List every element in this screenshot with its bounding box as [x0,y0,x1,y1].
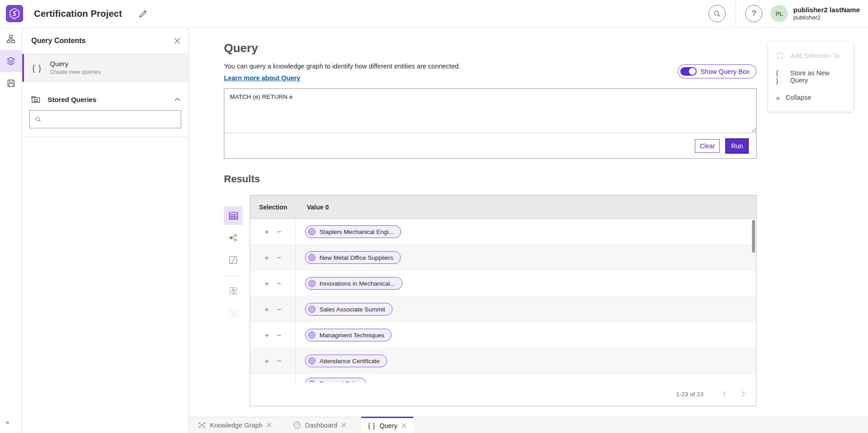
column-header-selection: Selection [250,204,296,211]
show-query-box-toggle[interactable]: Show Query Box [678,64,756,78]
entity-pill[interactable]: Managment Techniques [305,329,392,341]
rail-item-contents-layers[interactable] [0,50,22,72]
user-avatar[interactable]: PL [771,5,788,22]
add-to-selection-button[interactable]: + [265,280,269,287]
table-rows: + − Staplers Mechanical Engi... + − New … [250,219,756,383]
add-to-selection-button[interactable]: + [265,306,269,313]
toggle-on-icon [680,67,697,76]
map-view-button[interactable] [224,251,242,269]
clear-button[interactable]: Clear [695,139,720,153]
folder-icon [31,95,40,104]
add-selection-icon [776,52,784,60]
search-icon [713,10,721,18]
next-page-button[interactable] [741,391,745,397]
query-description: You can query a knowledge graph to ident… [224,63,461,70]
left-icon-rail: » [0,28,22,433]
remove-from-selection-button[interactable]: − [277,306,281,313]
table-pagination: 1-23 of 23 [250,382,756,406]
close-tab-button[interactable] [402,423,407,428]
table-header: Selection Value 0 [250,195,756,219]
view-rail-divider [226,276,241,276]
chevron-left-icon [723,391,727,397]
layout-view-button [224,304,242,322]
entity-pill[interactable]: Attendance Certificate [305,355,387,367]
table-row: + − Managment Techniques [250,322,756,348]
rail-item-save[interactable] [0,72,22,94]
panel-title: Query Contents [31,37,86,45]
query-input[interactable]: MATCH (e) RETURN e [224,89,756,133]
table-view-icon [229,212,238,220]
remove-from-selection-button[interactable]: − [277,357,281,365]
user-menu[interactable]: publisher2 lastName publisher2 [793,6,860,22]
query-contents-panel: Query Contents { } Query Create new quer… [22,28,189,433]
stored-queries-search-input[interactable] [45,116,176,123]
remove-from-selection-button[interactable]: − [277,280,281,287]
menu-item-store-as-new-query[interactable]: { } Store as New Query [768,66,853,87]
query-actions-menu: Add Selection To { } Store as New Query … [768,42,853,112]
chevron-right-icon [741,391,745,397]
close-icon [341,423,346,428]
link-chart-view-button[interactable] [224,229,242,247]
knowledge-graph-icon [198,421,206,429]
table-row: + − Sales Associate Summit [250,297,756,322]
remove-from-selection-button[interactable]: − [277,228,281,236]
add-to-selection-button[interactable]: + [265,254,269,262]
entity-dot-icon [308,280,315,287]
entity-pill[interactable]: Staplers Mechanical Engi... [305,225,401,238]
link-chart-view-icon [229,234,238,242]
stored-queries-search [29,110,181,128]
entity-pill[interactable]: New Metal Office Suppliers [305,251,401,264]
table-view-button[interactable] [224,206,242,225]
chevron-up-icon[interactable] [175,97,180,102]
table-row: + − Featured Talks [250,374,756,383]
learn-more-link[interactable]: Learn more about Query [224,74,300,82]
project-title: Certification Project [34,9,122,19]
table-row: + − Innovations in Mechanical... [250,271,756,297]
query-item-title: Query [50,59,101,68]
app-logo-icon[interactable] [6,5,23,22]
entity-dot-icon [308,228,315,235]
stored-queries-label: Stored Queries [48,96,97,103]
braces-icon: { } [776,69,783,84]
add-to-selection-button[interactable]: + [265,331,269,339]
panel-close-button[interactable] [174,38,180,44]
double-chevron-right-icon: » [776,94,779,102]
pencil-icon [138,9,148,19]
tab-dashboard[interactable]: Dashboard [286,417,353,433]
map-view-icon [229,256,238,264]
previous-page-button[interactable] [723,391,727,397]
help-icon: ? [752,9,756,18]
add-to-selection-button[interactable]: + [265,228,269,236]
project-hierarchy-icon [6,34,15,44]
remove-from-selection-button[interactable]: − [277,331,281,339]
add-to-selection-button[interactable]: + [265,357,269,365]
table-scrollbar[interactable] [752,220,755,383]
entity-pill[interactable]: Innovations in Mechanical... [305,277,402,290]
stored-queries-header[interactable]: Stored Queries [22,89,189,109]
save-icon [7,79,15,88]
close-tab-button[interactable] [267,423,272,428]
search-button[interactable] [708,5,726,22]
layers-icon [6,57,15,66]
edit-title-button[interactable] [138,9,148,19]
tab-knowledge-graph[interactable]: Knowledge Graph [191,417,278,433]
close-icon [174,38,180,44]
entity-pill[interactable]: Sales Associate Summit [305,303,393,316]
entity-dot-icon [308,306,315,313]
main-content: Query You can query a knowledge graph to… [189,28,868,433]
expand-rail-button[interactable]: » [0,415,22,428]
scrollbar-thumb[interactable] [752,220,755,253]
menu-item-collapse[interactable]: » Collapse [768,87,853,108]
tab-query[interactable]: { } Query [361,417,413,433]
new-map-view-button[interactable] [224,282,242,300]
close-tab-button[interactable] [341,423,346,428]
new-map-view-icon [229,287,238,295]
remove-from-selection-button[interactable]: − [277,254,281,262]
view-tab-bar: Knowledge Graph Dashboard { } Query [189,417,868,433]
help-button[interactable]: ? [745,5,762,22]
dashboard-gauge-icon [293,421,301,429]
run-button[interactable]: Run [725,138,749,154]
query-contents-item[interactable]: { } Query Create new queries [22,54,189,82]
column-header-value0: Value 0 [296,204,329,211]
rail-item-project-contents[interactable] [0,28,22,50]
